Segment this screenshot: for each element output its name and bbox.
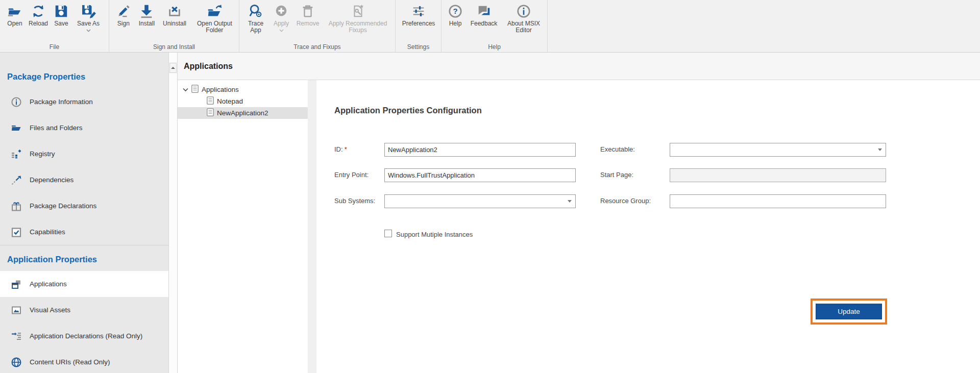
start-page-input (670, 168, 886, 182)
ribbon-group-trace-and-fixups: Trace App Apply Remove (239, 0, 396, 52)
update-button-highlight: Update (811, 299, 887, 325)
open-folder-icon (7, 4, 22, 19)
tree-item-notepad[interactable]: Notepad (178, 95, 308, 107)
executable-label: Executable: (600, 145, 635, 153)
help-question-icon: ? (448, 4, 463, 19)
executable-combobox[interactable] (670, 143, 886, 157)
resource-group-input[interactable] (670, 194, 886, 208)
ribbon-button-label: Trace App (245, 20, 266, 34)
ribbon-group-label: Help (442, 43, 547, 51)
about-info-icon (516, 4, 531, 19)
tree-item-label: NewApplication2 (217, 109, 268, 117)
id-input[interactable] (384, 143, 576, 157)
ribbon-button-reload[interactable]: Reload (27, 0, 50, 27)
tree-item-newapplication2[interactable]: NewApplication2 (178, 107, 308, 119)
reload-icon (31, 4, 46, 19)
ribbon-button-uninstall[interactable]: Uninstall (159, 0, 190, 27)
ribbon-group-sign-and-install: Sign Install Uninstall Open Output Folde… (109, 0, 239, 52)
scroll-up-button[interactable] (169, 63, 177, 73)
tree-item-applications-root[interactable]: Applications (178, 84, 308, 95)
ribbon-button-apply-recommended-fixups[interactable]: Apply Recommended Fixups (322, 0, 394, 34)
resource-group-label: Resource Group: (600, 197, 651, 205)
form-title: Application Properties Configuration (334, 106, 482, 115)
tree-item-label: Notepad (217, 97, 243, 105)
ribbon-button-label: Install (139, 20, 155, 27)
ribbon-button-label: About MSIX Editor (504, 20, 544, 34)
sidebar-scrollbar[interactable] (168, 53, 178, 373)
sidebar-item-dependencies[interactable]: Dependencies (0, 167, 168, 193)
ribbon-button-sign[interactable]: Sign (112, 0, 135, 27)
ribbon-button-feedback[interactable]: Feedback (467, 0, 501, 27)
sidebar-item-application-declarations[interactable]: Application Declarations (Read Only) (0, 323, 168, 349)
ribbon-button-label: Preferences (402, 20, 435, 27)
ribbon-button-label: Sign (117, 20, 130, 27)
sub-systems-input[interactable] (384, 194, 576, 208)
sidebar-item-label: Visual Assets (30, 306, 70, 314)
sidebar-item-label: Capabilities (30, 228, 65, 236)
ribbon-button-open[interactable]: Open (3, 0, 27, 27)
trace-app-icon (248, 4, 263, 19)
ribbon-button-about-msix-editor[interactable]: About MSIX Editor (501, 0, 547, 34)
sidebar-item-label: Applications (30, 280, 67, 288)
tree-expander-chevron-icon[interactable] (183, 88, 191, 92)
ribbon-button-label: Uninstall (163, 20, 186, 27)
ribbon-group-label: Trace and Fixups (239, 43, 395, 51)
ribbon-button-save-as[interactable]: Save As (72, 0, 104, 32)
ribbon-button-label: Feedback (471, 20, 498, 27)
ribbon-group-label: Sign and Install (109, 43, 239, 51)
ribbon-button-save[interactable]: Save (50, 0, 72, 27)
ribbon-button-label: Save (54, 20, 68, 27)
ribbon-button-apply[interactable]: Apply (269, 0, 293, 32)
chevron-down-icon (86, 28, 91, 32)
ribbon-button-label: Reload (29, 20, 48, 27)
document-icon (191, 85, 199, 95)
ribbon-group-settings: Preferences Settings (396, 0, 442, 52)
sidebar-item-package-declarations[interactable]: Package Declarations (0, 193, 168, 219)
ribbon-group-label: File (0, 43, 109, 51)
content-area: Applications Applications (178, 53, 980, 373)
folder-icon (10, 122, 22, 134)
sidebar-section-package-properties: Package Properties (0, 71, 168, 82)
sidebar-divider (0, 245, 168, 245)
sidebar-item-label: Registry (30, 150, 55, 158)
ribbon-toolbar: Open Reload Save Save As (0, 0, 980, 53)
update-button[interactable]: Update (816, 304, 882, 319)
sidebar-item-package-information[interactable]: Package Information (0, 89, 168, 115)
ribbon-button-remove[interactable]: Remove (293, 0, 322, 27)
install-arrow-icon (139, 4, 154, 19)
apply-recommended-fixups-icon (350, 4, 365, 19)
sidebar-item-capabilities[interactable]: Capabilities (0, 219, 168, 245)
sidebar-item-content-uris[interactable]: Content URIs (Read Only) (0, 349, 168, 373)
registry-icon (10, 148, 22, 160)
ribbon-button-preferences[interactable]: Preferences (399, 0, 438, 27)
ribbon-group-help: ? Help Feedback About MSIX Editor Help (442, 0, 548, 52)
entry-point-label: Entry Point: (334, 171, 369, 179)
scroll-up-arrow-icon (170, 66, 176, 69)
sidebar-item-files-and-folders[interactable]: Files and Folders (0, 115, 168, 141)
sign-pencil-icon (116, 4, 131, 19)
ribbon-button-install[interactable]: Install (135, 0, 159, 27)
ribbon-button-label: Save As (77, 20, 100, 27)
sub-systems-label: Sub Systems: (334, 197, 375, 205)
applications-windows-icon (10, 279, 22, 290)
sidebar-item-label: Package Information (30, 98, 93, 106)
id-label: ID:* (334, 145, 347, 153)
feedback-bubble-icon (476, 4, 492, 19)
sidebar-item-applications[interactable]: Applications (0, 271, 168, 297)
ribbon-button-help[interactable]: ? Help (444, 0, 467, 27)
executable-input[interactable] (670, 143, 886, 157)
panel-separator (308, 80, 316, 373)
sidebar-section-application-properties: Application Properties (0, 254, 168, 264)
uninstall-icon (167, 4, 182, 19)
sub-systems-combobox[interactable] (384, 194, 576, 208)
msix-editor-window: Open Reload Save Save As (0, 0, 980, 373)
ribbon-button-label: Open (7, 20, 22, 27)
sidebar-item-registry[interactable]: Registry (0, 141, 168, 167)
entry-point-input[interactable] (384, 168, 576, 182)
ribbon-button-open-output-folder[interactable]: Open Output Folder (190, 0, 239, 34)
sidebar-item-visual-assets[interactable]: Visual Assets (0, 297, 168, 323)
application-properties-form: Application Properties Configuration ID:… (316, 80, 980, 373)
support-multiple-instances-checkbox[interactable] (384, 230, 392, 237)
ribbon-button-trace-app[interactable]: Trace App (242, 0, 269, 34)
svg-text:?: ? (453, 7, 457, 15)
